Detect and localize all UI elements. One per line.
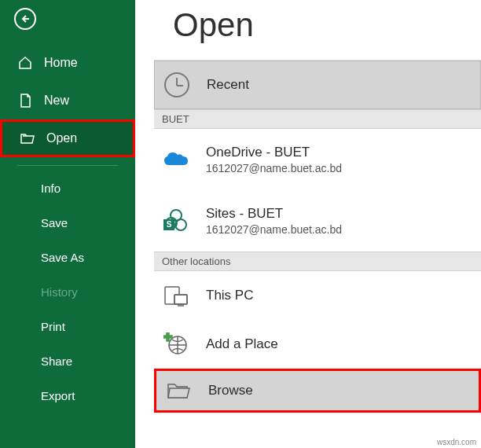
location-label: Browse: [208, 383, 253, 398]
location-thispc[interactable]: This PC: [154, 271, 481, 320]
sidebar-label: Open: [46, 131, 77, 145]
watermark: wsxdn.com: [437, 438, 476, 446]
sidebar-item-history: History: [0, 274, 135, 309]
location-recent[interactable]: Recent: [154, 61, 481, 109]
location-label: OneDrive - BUET: [206, 145, 342, 160]
sidebar-label: New: [44, 94, 69, 108]
location-addplace[interactable]: Add a Place: [154, 320, 481, 369]
sidebar-item-print[interactable]: Print: [0, 309, 135, 343]
back-button[interactable]: [14, 8, 36, 30]
sidebar-label: Save As: [41, 251, 84, 264]
clock-icon: [163, 71, 191, 99]
sidebar-label: Print: [41, 320, 65, 333]
sidebar-item-save[interactable]: Save: [0, 205, 135, 240]
home-icon: [17, 55, 33, 71]
location-browse[interactable]: Browse: [154, 369, 481, 413]
location-label: Sites - BUET: [206, 206, 342, 222]
sidebar-label: Save: [41, 216, 68, 230]
sidebar-item-saveas[interactable]: Save As: [0, 240, 135, 274]
location-label: This PC: [206, 288, 253, 303]
backstage-sidebar: Home New Open Info Save Save As History: [0, 0, 135, 448]
sidebar-item-home[interactable]: Home: [0, 44, 135, 82]
sidebar-item-open[interactable]: Open: [0, 119, 135, 157]
sidebar-label: Home: [44, 56, 78, 70]
location-sublabel: 1612027@name.buet.ac.bd: [206, 162, 342, 174]
section-header-buet: BUET: [154, 109, 481, 129]
sidebar-label: History: [41, 285, 78, 299]
sidebar-item-new[interactable]: New: [0, 82, 135, 119]
location-label: Recent: [207, 77, 249, 93]
sharepoint-icon: S: [162, 207, 190, 235]
location-list: Recent BUET OneDrive - BUET 1612027@name…: [154, 60, 481, 413]
sidebar-label: Export: [41, 389, 75, 402]
sidebar-item-export[interactable]: Export: [0, 378, 135, 413]
browse-folder-icon: [164, 376, 193, 405]
sidebar-label: Share: [41, 354, 72, 368]
location-onedrive[interactable]: OneDrive - BUET 1612027@name.buet.ac.bd: [154, 129, 481, 190]
thispc-icon: [162, 281, 190, 310]
new-icon: [17, 93, 33, 108]
location-sites[interactable]: S Sites - BUET 1612027@name.buet.ac.bd: [154, 190, 481, 252]
svg-rect-5: [163, 336, 172, 338]
sidebar-divider: [17, 165, 118, 166]
location-label: Add a Place: [206, 336, 278, 352]
sidebar-label: Info: [41, 182, 61, 195]
svg-rect-1: [174, 295, 187, 304]
main-panel: Open Recent BUET OneDrive - BUET: [135, 0, 481, 448]
addplace-icon: [162, 330, 190, 358]
back-arrow-icon: [20, 14, 30, 24]
location-sublabel: 1612027@name.buet.ac.bd: [206, 223, 342, 236]
sidebar-item-info[interactable]: Info: [0, 171, 135, 205]
sidebar-item-share[interactable]: Share: [0, 343, 135, 378]
page-title: Open: [135, 6, 481, 44]
open-folder-icon: [20, 130, 35, 146]
onedrive-icon: [162, 145, 190, 174]
section-header-other: Other locations: [154, 252, 481, 271]
